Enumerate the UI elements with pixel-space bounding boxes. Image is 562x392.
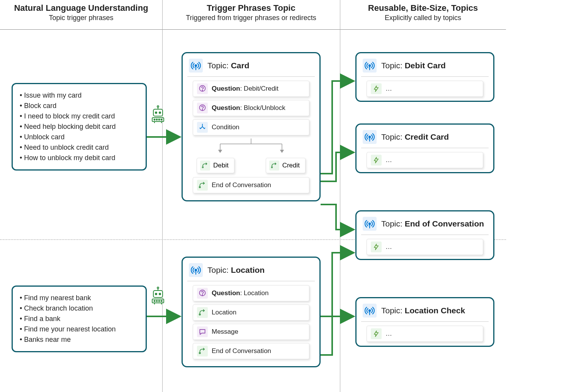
list-item: How to unblock my debit card	[20, 153, 139, 163]
list-item: Banks near me	[20, 335, 139, 345]
ellipsis: …	[385, 330, 392, 338]
message-icon	[197, 326, 208, 337]
col3-subtitle: Explicitly called by topics	[340, 14, 506, 22]
list-item: Unblock card	[20, 132, 139, 142]
list-item: Check branch location	[20, 303, 139, 314]
message-label: Message	[212, 328, 238, 336]
redirect-icon	[269, 161, 279, 171]
col2-subtitle: Triggered from trigger phrases or redire…	[162, 14, 340, 22]
redirect-label: Debit	[213, 162, 229, 169]
svg-rect-0	[153, 109, 163, 116]
question-label: Question: Location	[212, 289, 268, 297]
broadcast-icon	[363, 217, 377, 231]
vline-1	[162, 0, 163, 392]
topic-location-check: Topic: Location Check …	[355, 297, 494, 347]
phrases-location-box: Find my nearest bank Check branch locati…	[12, 286, 147, 352]
svg-point-43	[202, 295, 202, 295]
topic-debit-title: Topic: Debit Card	[381, 61, 446, 70]
topic-credit-header: Topic: Credit Card	[360, 128, 489, 148]
svg-point-21	[156, 301, 158, 302]
topic-card: Topic: Card Question: Debit/Credit Quest…	[182, 52, 321, 201]
ellipsis: …	[385, 156, 392, 164]
branch-icon	[197, 122, 208, 133]
redirect-label: Location	[212, 309, 236, 316]
svg-point-16	[157, 287, 159, 289]
divider	[361, 148, 489, 148]
svg-point-1	[155, 112, 157, 113]
svg-point-13	[155, 293, 157, 295]
list-item: Block card	[20, 101, 139, 111]
svg-rect-12	[153, 291, 163, 297]
question-icon	[197, 288, 208, 299]
topic-location-title: Topic: Location	[207, 265, 265, 275]
message-node: Message	[193, 324, 309, 340]
svg-marker-36	[280, 150, 284, 152]
svg-point-10	[159, 119, 160, 120]
topic-location-header: Topic: Location	[187, 262, 316, 281]
question-icon	[197, 103, 208, 113]
lightning-icon	[371, 242, 382, 252]
redirect-label: End of Conversation	[212, 181, 271, 189]
topic-credit-card: Topic: Credit Card …	[355, 123, 494, 173]
list-item: Need help blocking debit card	[20, 122, 139, 132]
action-node: …	[367, 152, 483, 168]
list-item: Find my nearest bank	[20, 293, 139, 303]
topic-loccheck-title: Topic: Location Check	[381, 306, 465, 315]
condition-label: Condition	[212, 123, 239, 131]
divider	[187, 76, 315, 77]
broadcast-icon	[363, 304, 377, 318]
topic-debit-header: Topic: Debit Card	[360, 57, 489, 76]
topic-card-header: Topic: Card	[187, 57, 316, 76]
lightning-icon	[371, 83, 382, 94]
phrases-location-list: Find my nearest bank Check branch locati…	[20, 293, 139, 345]
redirect-label: End of Conversation	[212, 347, 271, 355]
lightning-icon	[371, 328, 382, 339]
question-node: Question: Location	[193, 285, 309, 301]
svg-point-11	[161, 119, 162, 120]
redirect-credit: Credit	[266, 158, 306, 173]
phrases-card-list: Issue with my card Block card I need to …	[20, 90, 139, 163]
divider	[361, 235, 489, 235]
list-item: Find a bank	[20, 314, 139, 324]
vline-2	[340, 0, 340, 392]
svg-point-29	[202, 110, 202, 110]
list-item: I need to block my credit card	[20, 111, 139, 122]
phrases-card-box: Issue with my card Block card I need to …	[12, 83, 147, 171]
redirect-icon	[197, 346, 208, 357]
question-node: Question: Block/Unblock	[193, 100, 309, 116]
broadcast-icon	[189, 59, 203, 73]
ellipsis: …	[385, 85, 392, 93]
topic-debit-card: Topic: Debit Card …	[355, 52, 494, 102]
branch-connector	[197, 139, 305, 155]
action-node: …	[367, 81, 483, 97]
redirect-debit: Debit	[197, 158, 234, 173]
topic-credit-title: Topic: Credit Card	[381, 132, 449, 142]
broadcast-icon	[363, 59, 377, 73]
question-icon	[197, 83, 208, 94]
col2-header: Trigger Phrases Topic Triggered from tri…	[162, 3, 340, 22]
svg-point-44	[199, 314, 200, 315]
topic-location: Topic: Location Question: Location Locat…	[182, 257, 321, 367]
svg-point-45	[199, 352, 200, 353]
divider	[187, 281, 315, 281]
svg-point-38	[271, 167, 272, 168]
lightning-icon	[371, 155, 382, 166]
redirect-icon	[200, 161, 210, 171]
question-label: Question: Debit/Credit	[212, 85, 278, 93]
broadcast-icon	[363, 130, 377, 144]
question-label: Question: Block/Unblock	[212, 104, 285, 112]
svg-point-2	[159, 112, 161, 113]
svg-marker-35	[219, 150, 222, 152]
redirect-location: Location	[193, 304, 309, 321]
svg-point-14	[159, 293, 161, 295]
bot-icon	[150, 287, 166, 307]
header-divider	[0, 29, 506, 30]
divider	[361, 76, 489, 77]
col1-header: Natural Language Understanding Topic tri…	[0, 3, 162, 22]
bot-icon	[150, 106, 166, 125]
svg-point-8	[154, 119, 155, 120]
question-node: Question: Debit/Credit	[193, 81, 309, 97]
divider	[361, 321, 489, 322]
action-node: …	[367, 239, 483, 255]
redirect-eoc: End of Conversation	[193, 343, 309, 359]
